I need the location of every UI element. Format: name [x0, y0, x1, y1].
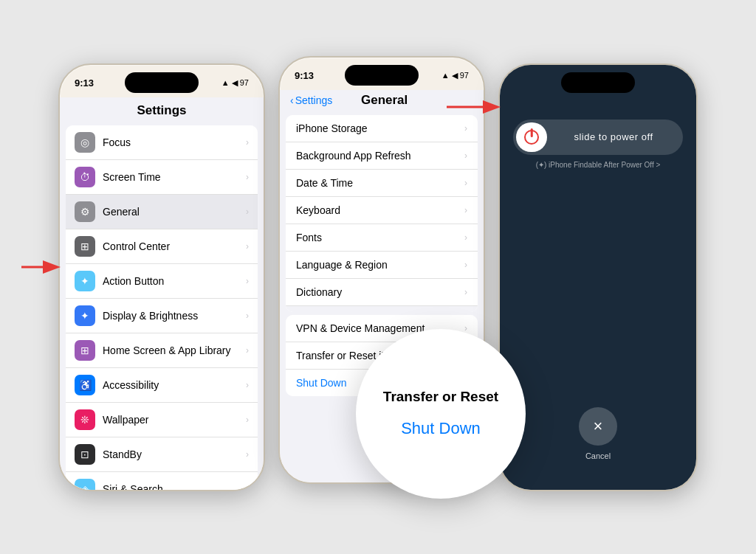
arrow-1-svg	[18, 256, 62, 278]
slide-to-power-text: slide to power off	[547, 131, 680, 142]
settings-label-6: Home Screen & App Library	[103, 344, 246, 356]
back-chevron: ‹	[290, 94, 294, 106]
settings-item-wallpaper[interactable]: ❊Wallpaper›	[66, 403, 258, 437]
settings-label-5: Display & Brightness	[103, 310, 246, 322]
arrow-2-container	[443, 96, 502, 121]
general-label-2: Date & Time	[296, 177, 464, 189]
settings-icon-4: ✦	[75, 271, 95, 291]
general-item-language-&-region[interactable]: Language & Region›	[286, 252, 478, 279]
general-item-dictionary[interactable]: Dictionary›	[286, 279, 478, 306]
settings-label-0: Focus	[103, 136, 246, 148]
general-label-1: Background App Refresh	[296, 150, 464, 162]
settings-label-3: Control Center	[103, 240, 246, 252]
findable-after-power-text: (✦) iPhone Findable After Power Off >	[513, 161, 683, 169]
chevron-icon-6: ›	[246, 345, 249, 356]
phone-3: 🔒 slide to power off (✦) iPhone Findable…	[498, 63, 698, 491]
general-label-3: Keyboard	[296, 204, 464, 216]
popup-transfer-text: Transfer or Reset	[383, 389, 498, 406]
settings-screen: Settings ◎Focus›⏱Screen Time›⚙General›⊞C…	[60, 97, 264, 490]
settings-label-4: Action Button	[103, 275, 246, 287]
chevron-icon-5: ›	[246, 311, 249, 321]
dynamic-island-3	[561, 72, 635, 93]
settings-icon-1: ⏱	[75, 167, 95, 187]
status-time-1: 9:13	[75, 77, 94, 89]
settings-title: Settings	[60, 97, 264, 122]
popup-circle: Transfer or Reset Shut Down	[356, 329, 526, 499]
general-chevron-6: ›	[464, 287, 467, 297]
phone-2-wrapper: 9:13 ▲ ◀ 97 ‹ Settings General iPhone St…	[278, 71, 485, 484]
chevron-icon-8: ›	[246, 415, 249, 425]
general-chevron-4: ›	[464, 232, 467, 243]
chevron-icon-4: ›	[246, 276, 249, 286]
general-label-5: Language & Region	[296, 259, 464, 271]
settings-icon-9: ⊡	[75, 444, 95, 465]
general-label-0: iPhone Storage	[296, 122, 464, 134]
power-symbol-icon	[524, 130, 539, 145]
settings-icon-5: ✦	[75, 305, 95, 326]
general-chevron-2: ›	[464, 178, 467, 188]
cancel-x-icon: ×	[594, 417, 603, 436]
general-item-keyboard[interactable]: Keyboard›	[286, 197, 478, 224]
settings-icon-6: ⊞	[75, 340, 95, 361]
chevron-icon-1: ›	[246, 172, 249, 182]
general-chevron-5: ›	[464, 260, 467, 270]
settings-icon-8: ❊	[75, 409, 95, 430]
chevron-icon-2: ›	[246, 207, 249, 217]
general-list: iPhone Storage›Background App Refresh›Da…	[286, 115, 478, 312]
settings-item-focus[interactable]: ◎Focus›	[66, 125, 258, 160]
settings-item-home-screen-&-app-library[interactable]: ⊞Home Screen & App Library›	[66, 333, 258, 368]
cancel-button[interactable]: ×	[579, 407, 617, 446]
dynamic-island-1	[125, 72, 199, 93]
settings-item-standby[interactable]: ⊡StandBy›	[66, 437, 258, 472]
settings-item-control-center[interactable]: ⊞Control Center›	[66, 229, 258, 264]
cancel-label: Cancel	[585, 451, 611, 460]
general-label-4: Fonts	[296, 232, 464, 243]
power-screen: 🔒 slide to power off (✦) iPhone Findable…	[500, 65, 696, 490]
general-chevron-1: ›	[464, 150, 467, 161]
settings-label-2: General	[103, 206, 246, 218]
power-button-slide[interactable]	[516, 122, 547, 152]
settings-item-accessibility[interactable]: ♿Accessibility›	[66, 368, 258, 403]
settings-item-screen-time[interactable]: ⏱Screen Time›	[66, 160, 258, 195]
status-time-2: 9:13	[295, 70, 314, 81]
status-icons-1: ▲ ◀ 97	[221, 78, 249, 88]
settings-item-general[interactable]: ⚙General›	[66, 195, 258, 229]
settings-list: ◎Focus›⏱Screen Time›⚙General›⊞Control Ce…	[66, 125, 258, 490]
settings-icon-3: ⊞	[75, 236, 95, 257]
status-icons-2: ▲ ◀ 97	[441, 71, 469, 80]
general-chevron-0: ›	[464, 123, 467, 134]
settings-label-9: StandBy	[103, 449, 246, 460]
popup-shutdown-text[interactable]: Shut Down	[401, 419, 481, 438]
settings-item-siri-&-search[interactable]: ◈Siri & Search›	[66, 472, 258, 490]
settings-icon-7: ♿	[75, 375, 95, 395]
settings-item-action-button[interactable]: ✦Action Button›	[66, 264, 258, 299]
arrow-2-svg	[443, 96, 502, 118]
settings-icon-10: ◈	[75, 479, 95, 490]
chevron-icon-3: ›	[246, 241, 249, 252]
settings-item-display-&-brightness[interactable]: ✦Display & Brightness›	[66, 299, 258, 333]
general-item-date-&-time[interactable]: Date & Time›	[286, 170, 478, 197]
dynamic-island-2	[345, 65, 419, 86]
chevron-icon-7: ›	[246, 380, 249, 390]
chevron-icon-10: ›	[246, 484, 249, 490]
phone-3-wrapper: 🔒 slide to power off (✦) iPhone Findable…	[498, 63, 698, 491]
settings-label-1: Screen Time	[103, 171, 246, 183]
settings-label-8: Wallpaper	[103, 414, 246, 426]
slide-area: slide to power off (✦) iPhone Findable A…	[500, 105, 696, 169]
general-nav-title: General	[332, 93, 436, 108]
general-item-fonts[interactable]: Fonts›	[286, 224, 478, 252]
chevron-icon-0: ›	[246, 137, 249, 148]
chevron-icon-9: ›	[246, 449, 249, 460]
settings-icon-2: ⚙	[75, 201, 95, 222]
back-label: Settings	[295, 94, 333, 106]
general-item-background-app-refresh[interactable]: Background App Refresh›	[286, 142, 478, 170]
back-button[interactable]: ‹ Settings	[290, 94, 332, 106]
settings-icon-0: ◎	[75, 132, 95, 153]
general-chevron-3: ›	[464, 205, 467, 215]
settings-label-7: Accessibility	[103, 379, 246, 391]
general-label-6: Dictionary	[296, 286, 464, 298]
phone-1: 9:13 ▲ ◀ 97 Settings ◎Focus›⏱Screen Time…	[58, 63, 265, 491]
spacer-7	[286, 306, 478, 312]
slide-container[interactable]: slide to power off	[513, 120, 683, 155]
settings-label-10: Siri & Search	[103, 483, 246, 490]
